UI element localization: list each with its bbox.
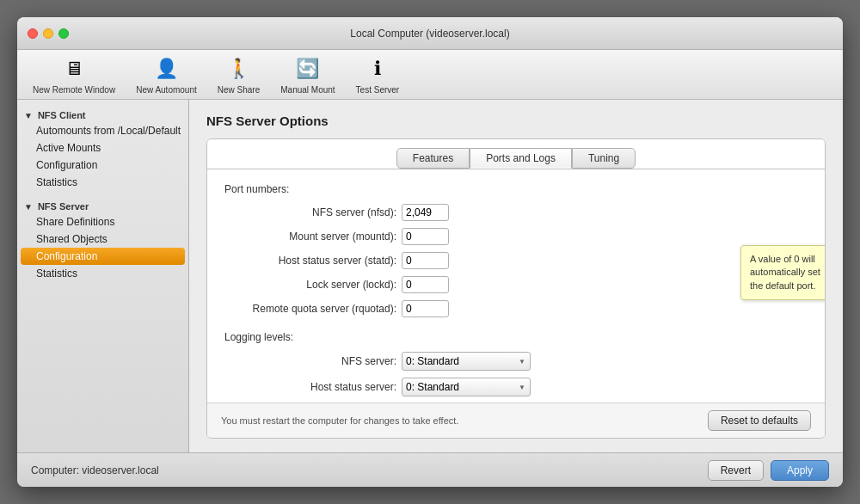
toolbar: 🖥 New Remote Window 👤 New Automount 🚶 Ne… — [17, 50, 843, 100]
statd-row: Host status server (statd): — [224, 252, 808, 269]
sidebar-item-shared-objects[interactable]: Shared Objects — [17, 230, 188, 248]
rquotad-row: Remote quota server (rquotad): — [224, 300, 808, 317]
new-share-label: New Share — [218, 85, 260, 95]
footer-message: You must restart the computer for change… — [221, 415, 458, 426]
page-title: NFS Server Options — [206, 114, 826, 128]
host-status-log-label: Host status server: — [224, 381, 396, 393]
rquotad-label: Remote quota server (rquotad): — [224, 303, 396, 315]
tooltip-box: A value of 0 will automatically set the … — [740, 245, 825, 300]
statd-input[interactable] — [402, 252, 449, 269]
logging-label: Logging levels: — [224, 331, 808, 343]
nfsd-input[interactable] — [402, 204, 449, 221]
sidebar-item-active-mounts[interactable]: Active Mounts — [17, 139, 188, 157]
nfs-client-chevron: ▼ — [24, 111, 33, 120]
port-numbers-label: Port numbers: — [224, 183, 808, 195]
manual-mount-button[interactable]: 🔄 Manual Mount — [273, 52, 341, 98]
manual-mount-icon: 🔄 — [294, 55, 322, 83]
revert-button[interactable]: Revert — [708, 460, 764, 481]
main-area: ▼ NFS Client Automounts from /Local/Defa… — [17, 100, 843, 452]
nfs-server-log-row: NFS server: 0: Standard 1: Verbose 2: De… — [224, 352, 808, 371]
new-share-button[interactable]: 🚶 New Share — [211, 52, 267, 98]
lockd-label: Lock server (lockd): — [224, 279, 396, 291]
panel-footer: You must restart the computer for change… — [207, 403, 825, 438]
test-server-label: Test Server — [356, 85, 400, 95]
close-button[interactable] — [28, 28, 38, 39]
mountd-label: Mount server (mountd): — [224, 230, 396, 243]
new-remote-window-label: New Remote Window — [33, 85, 115, 95]
nfs-server-group: ▼ NFS Server — [17, 198, 188, 213]
reset-to-defaults-button[interactable]: Reset to defaults — [708, 410, 811, 431]
sidebar-item-server-configuration[interactable]: Configuration — [21, 248, 185, 265]
computer-label: Computer: videoserver.local — [31, 464, 159, 476]
window-title: Local Computer (videoserver.local) — [350, 28, 509, 40]
sidebar-item-automounts[interactable]: Automounts from /Local/Default — [17, 122, 188, 139]
nfs-server-log-select[interactable]: 0: Standard 1: Verbose 2: Debug — [402, 352, 531, 371]
host-status-log-row: Host status server: 0: Standard 1: Verbo… — [224, 378, 808, 396]
statd-label: Host status server (statd): — [224, 255, 396, 267]
lockd-input[interactable] — [402, 276, 449, 293]
test-server-button[interactable]: ℹ Test Server — [349, 52, 407, 98]
mountd-input[interactable] — [402, 228, 449, 245]
titlebar: Local Computer (videoserver.local) — [17, 17, 843, 50]
new-automount-icon: 👤 — [152, 55, 180, 83]
nfs-server-label: NFS Server — [38, 201, 89, 212]
host-status-log-select[interactable]: 0: Standard 1: Verbose 2: Debug — [402, 378, 531, 396]
tab-tuning[interactable]: Tuning — [572, 148, 636, 169]
nfs-client-label: NFS Client — [38, 110, 86, 120]
new-remote-window-button[interactable]: 🖥 New Remote Window — [26, 52, 122, 98]
options-panel: Features Ports and Logs Tuning Port numb… — [206, 138, 826, 439]
sidebar-item-client-configuration[interactable]: Configuration — [17, 157, 188, 174]
nfsd-label: NFS server (nfsd): — [224, 206, 396, 218]
sidebar-item-share-definitions[interactable]: Share Definitions — [17, 213, 188, 230]
new-share-icon: 🚶 — [225, 55, 253, 83]
new-automount-button[interactable]: 👤 New Automount — [129, 52, 204, 98]
nfs-server-log-wrapper: 0: Standard 1: Verbose 2: Debug — [402, 352, 531, 371]
lockd-row: Lock server (lockd): — [224, 276, 808, 293]
sidebar: ▼ NFS Client Automounts from /Local/Defa… — [17, 100, 189, 452]
bottom-buttons: Revert Apply — [708, 460, 829, 481]
bottom-bar: Computer: videoserver.local Revert Apply — [17, 452, 843, 487]
nfs-server-log-label: NFS server: — [224, 355, 396, 367]
test-server-icon: ℹ — [364, 55, 391, 83]
traffic-lights — [28, 28, 69, 39]
new-remote-window-icon: 🖥 — [60, 55, 88, 83]
sidebar-item-client-statistics[interactable]: Statistics — [17, 174, 188, 191]
host-status-log-wrapper: 0: Standard 1: Verbose 2: Debug — [402, 378, 531, 396]
main-window: Local Computer (videoserver.local) 🖥 New… — [17, 17, 843, 487]
tabs: Features Ports and Logs Tuning — [207, 139, 825, 169]
new-automount-label: New Automount — [136, 85, 197, 95]
content-area: NFS Server Options Features Ports and Lo… — [189, 100, 843, 452]
panel-body: Port numbers: NFS server (nfsd): Mount s… — [207, 169, 825, 403]
nfsd-row: NFS server (nfsd): — [224, 204, 808, 221]
manual-mount-label: Manual Mount — [280, 85, 335, 95]
minimize-button[interactable] — [43, 28, 53, 39]
sidebar-item-server-statistics[interactable]: Statistics — [17, 265, 188, 282]
rquotad-input[interactable] — [402, 300, 449, 317]
maximize-button[interactable] — [58, 28, 69, 39]
nfs-client-group: ▼ NFS Client — [17, 107, 188, 122]
tab-features[interactable]: Features — [396, 148, 470, 169]
tab-ports-and-logs[interactable]: Ports and Logs — [470, 148, 572, 169]
nfs-server-chevron: ▼ — [24, 202, 33, 212]
apply-button[interactable]: Apply — [771, 460, 829, 481]
mountd-row: Mount server (mountd): A value of 0 will… — [224, 228, 808, 245]
